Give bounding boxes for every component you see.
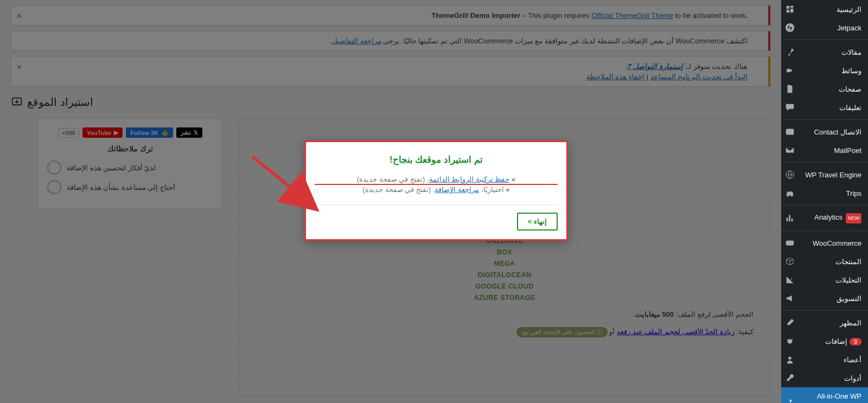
megaphone-icon <box>784 293 795 303</box>
modal-line-permalinks: » حفظ تركيبة الروابط الدائمة. (تفتح في ص… <box>315 175 558 183</box>
sidebar-item-أدوات[interactable]: أدوات <box>781 369 868 387</box>
dashboard-icon <box>784 4 795 14</box>
sidebar-item-woocommerce[interactable]: WooCommerce <box>781 234 868 252</box>
plug-icon <box>784 336 795 346</box>
new-badge: NEW <box>846 213 861 223</box>
update-badge: 9 <box>850 338 861 346</box>
sidebar-item-صفحات[interactable]: صفحات <box>781 80 868 98</box>
page-icon <box>784 84 795 94</box>
sidebar-item-jetpack[interactable]: Jetpack <box>781 18 868 37</box>
sidebar-item-trips[interactable]: Trips <box>781 184 868 202</box>
jetpack-icon <box>784 23 795 33</box>
sidebar-item-المنتجات[interactable]: المنتجات <box>781 252 868 271</box>
contact-icon <box>784 127 795 137</box>
box-icon <box>784 257 795 266</box>
sidebar-item-الاتصال-contact[interactable]: الاتصال Contact <box>781 123 868 141</box>
finish-button[interactable]: إنهاء > <box>517 213 558 231</box>
svg-point-5 <box>791 195 793 197</box>
wrench-icon <box>784 373 795 383</box>
sidebar-item-المظهر[interactable]: المظهر <box>781 314 868 332</box>
analytics-icon <box>784 213 795 223</box>
brush-icon <box>784 318 795 328</box>
sidebar-item-تعليقات[interactable]: تعليقات <box>781 98 868 117</box>
migrate-icon <box>784 396 795 403</box>
svg-rect-6 <box>786 241 794 246</box>
sidebar-item-wp-travel-engine[interactable]: WP Travel Engine <box>781 165 868 184</box>
chart-icon <box>784 275 795 285</box>
woo-icon <box>784 238 795 248</box>
svg-point-7 <box>788 357 791 360</box>
sidebar-item-all-in-one-wp-migration[interactable]: All-in-One WP Migration <box>781 387 868 403</box>
media-icon <box>784 66 795 75</box>
modal-line-review: » اختياريًا، مراجعة الإضافة. (تفتح في صف… <box>315 185 558 194</box>
svg-point-1 <box>787 68 790 72</box>
comment-icon <box>784 103 795 112</box>
sidebar-item-الرئيسية[interactable]: الرئيسية <box>781 0 868 18</box>
sidebar-item-mailpoet[interactable]: MailPoet <box>781 141 868 159</box>
sidebar-item-التحليلات[interactable]: التحليلات <box>781 271 868 289</box>
sidebar-item-analytics[interactable]: NEWAnalytics <box>781 208 868 228</box>
car-icon <box>784 188 795 198</box>
globe-icon <box>784 170 795 180</box>
svg-rect-2 <box>786 129 794 135</box>
pin-icon <box>784 47 795 57</box>
sidebar-item-وسائط[interactable]: وسائط <box>781 61 868 80</box>
sidebar-item-التسويق[interactable]: التسويق <box>781 289 868 308</box>
sidebar-item-أعضاء[interactable]: أعضاء <box>781 350 868 369</box>
svg-point-0 <box>786 23 794 32</box>
sidebar-item-إضافات[interactable]: 9إضافات <box>781 332 868 350</box>
sidebar-item-مقالات[interactable]: مقالات <box>781 43 868 61</box>
import-success-modal: تم استيراد موقعك بنجاح! » حفظ تركيبة الر… <box>304 140 568 241</box>
user-icon <box>784 355 795 364</box>
svg-point-4 <box>787 195 789 197</box>
admin-sidebar: الرئيسيةJetpackمقالاتوسائطصفحاتتعليقاتال… <box>781 0 868 403</box>
save-permalinks-link[interactable]: حفظ تركيبة الروابط الدائمة <box>429 175 510 183</box>
review-plugin-link[interactable]: مراجعة الإضافة <box>435 185 479 194</box>
modal-title: تم استيراد موقعك بنجاح! <box>315 154 558 165</box>
mail-icon <box>784 145 795 155</box>
